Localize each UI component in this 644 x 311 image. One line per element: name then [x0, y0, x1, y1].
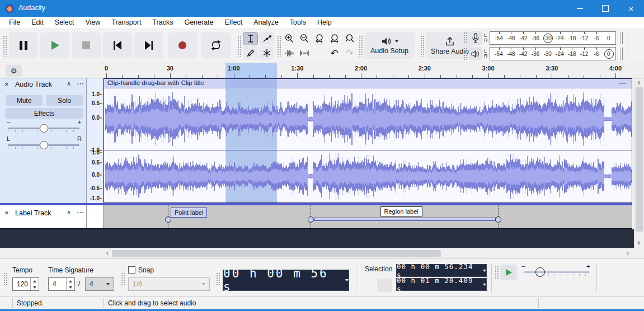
label-track-menu-button[interactable]: ⋯ [77, 208, 84, 216]
play-at-speed-grip[interactable] [495, 266, 499, 280]
track-title[interactable]: Audio Track [15, 81, 52, 88]
record-meter-button[interactable] [469, 31, 482, 45]
track-collapse-button[interactable]: ∧ [67, 80, 71, 87]
selection-end-field[interactable]: 00 h 01 m 20.409 s [396, 278, 487, 291]
redo-button[interactable]: ↷ [342, 46, 357, 60]
record-button[interactable] [168, 32, 197, 58]
undo-button[interactable]: ↶ [327, 46, 342, 60]
time-display-grip[interactable] [216, 272, 220, 285]
time-signature-upper-value[interactable]: 4 [49, 278, 66, 290]
recording-meter-scale[interactable]: -54-48-42-36-30-24-18-12-60 [490, 31, 616, 45]
loop-button[interactable] [201, 32, 231, 58]
close-button[interactable]: × [618, 0, 644, 17]
vertical-scale-ruler[interactable]: 1.00.50.0-1.01.00.50.0-0.5-1.0 [87, 78, 104, 203]
zoom-toggle-button[interactable] [342, 32, 357, 45]
time-toolbar-grip[interactable] [3, 272, 7, 285]
menu-effect[interactable]: Effect [219, 18, 248, 26]
region-label-end-handle[interactable] [495, 216, 501, 223]
play-speed-thumb[interactable] [535, 267, 545, 277]
scroll-down-icon[interactable]: ∨ [637, 239, 641, 246]
track-menu-button[interactable]: ⋯ [77, 79, 84, 88]
solo-button[interactable]: Solo [46, 95, 83, 106]
label-track-panel[interactable]: × Label Track ∧ ⋯ [0, 205, 87, 228]
snap-checkbox[interactable] [128, 266, 135, 274]
transport-toolbar-grip[interactable] [3, 35, 7, 56]
waveform-canvas[interactable] [104, 88, 632, 202]
playback-volume-thumb[interactable] [604, 49, 614, 59]
scroll-right-icon[interactable]: › [627, 249, 629, 257]
timeline-ruler[interactable]: ⚙ 0301:001:302:002:303:003:304:00 [0, 63, 644, 78]
point-label-box[interactable]: Point label [171, 208, 207, 218]
horizontal-scrollbar[interactable]: ‹ › [0, 248, 644, 258]
tools-toolbar-grip[interactable] [237, 35, 241, 56]
selection-start-field[interactable]: 00 h 00 m 56.234 s [396, 264, 487, 277]
gain-slider-thumb[interactable] [40, 124, 48, 133]
menu-view[interactable]: View [79, 18, 106, 26]
envelope-tool-button[interactable] [259, 32, 274, 45]
fit-project-button[interactable] [327, 32, 342, 45]
menu-transport[interactable]: Transport [106, 18, 147, 26]
scroll-up-icon[interactable]: ∧ [637, 79, 641, 86]
play-button[interactable] [40, 32, 69, 58]
skip-to-end-button[interactable] [134, 32, 163, 58]
menu-analyze[interactable]: Analyze [248, 18, 284, 26]
vertical-scrollbar[interactable]: ∧ ∨ [634, 78, 644, 248]
zoom-in-button[interactable] [281, 32, 297, 45]
stop-button[interactable] [72, 32, 101, 58]
selection-tool-button[interactable] [243, 32, 258, 45]
draw-tool-button[interactable] [243, 46, 258, 60]
maximize-button[interactable] [593, 0, 618, 17]
label-track-title[interactable]: Label Track [15, 209, 51, 217]
effects-button[interactable]: Effects [6, 108, 83, 119]
region-label-box[interactable]: Region label [380, 206, 422, 216]
label-track-close-button[interactable]: × [4, 209, 9, 217]
label-track-collapse-button[interactable]: ∧ [67, 209, 71, 216]
horizontal-scrollbar-thumb[interactable] [112, 250, 441, 257]
audio-position-display[interactable]: 00 h 00 m 56 s [223, 270, 349, 291]
recording-volume-thumb[interactable] [543, 34, 553, 43]
snap-interval-select[interactable]: 1/8 [128, 277, 210, 291]
share-audio-grip[interactable] [420, 35, 424, 56]
pan-slider-thumb[interactable] [40, 141, 48, 149]
zoom-out-button[interactable] [297, 32, 312, 45]
playback-meter-button[interactable] [469, 47, 482, 60]
waveform-track-area[interactable]: Clip-handle drag-bar with Clip title ⋯ [104, 78, 632, 203]
tempo-spinbox[interactable]: 120 [12, 277, 39, 291]
label-track-content[interactable]: Point label Region label [104, 205, 632, 228]
title-bar[interactable]: Audacity × [0, 0, 644, 17]
time-signature-lower-select[interactable]: 4 [85, 277, 114, 291]
snap-toolbar-grip[interactable] [121, 272, 125, 285]
menu-generate[interactable]: Generate [178, 18, 219, 26]
pause-button[interactable] [9, 32, 38, 58]
playback-meter-grip[interactable] [463, 48, 467, 60]
silence-audio-button[interactable] [297, 46, 312, 60]
audio-track-panel[interactable]: × Audio Track ∧ ⋯ Mute Solo Effects − + … [0, 78, 87, 203]
time-signature-spinner[interactable] [66, 278, 74, 290]
multi-tool-button[interactable] [259, 46, 274, 60]
mute-button[interactable]: Mute [6, 95, 43, 106]
selection-options-button[interactable] [377, 279, 392, 292]
audio-setup-grip[interactable] [359, 35, 363, 56]
edit-toolbar-grip[interactable] [277, 35, 281, 56]
timeline-options-button[interactable]: ⚙ [6, 65, 22, 77]
play-at-speed-button[interactable] [500, 265, 517, 280]
clip-header[interactable]: Clip-handle drag-bar with Clip title ⋯ [104, 79, 632, 88]
tempo-spinner[interactable] [30, 278, 39, 290]
menu-help[interactable]: Help [312, 18, 337, 26]
menu-edit[interactable]: Edit [26, 18, 49, 26]
menu-tracks[interactable]: Tracks [147, 18, 178, 26]
scroll-left-icon[interactable]: ‹ [106, 249, 109, 257]
tempo-value[interactable]: 120 [13, 278, 30, 290]
recording-meter-grip[interactable] [463, 32, 467, 44]
menu-select[interactable]: Select [49, 18, 80, 26]
vertical-scrollbar-thumb[interactable] [636, 87, 643, 232]
fit-selection-button[interactable] [312, 32, 327, 45]
menu-tools[interactable]: Tools [284, 18, 312, 26]
time-signature-upper-spinbox[interactable]: 4 [48, 277, 75, 291]
menu-file[interactable]: File [3, 18, 26, 26]
trim-audio-button[interactable] [281, 46, 297, 60]
play-speed-slider[interactable] [524, 271, 590, 273]
region-label-bar[interactable] [314, 218, 496, 221]
clip-menu-button[interactable]: ⋯ [619, 79, 627, 87]
minimize-button[interactable] [567, 0, 593, 17]
